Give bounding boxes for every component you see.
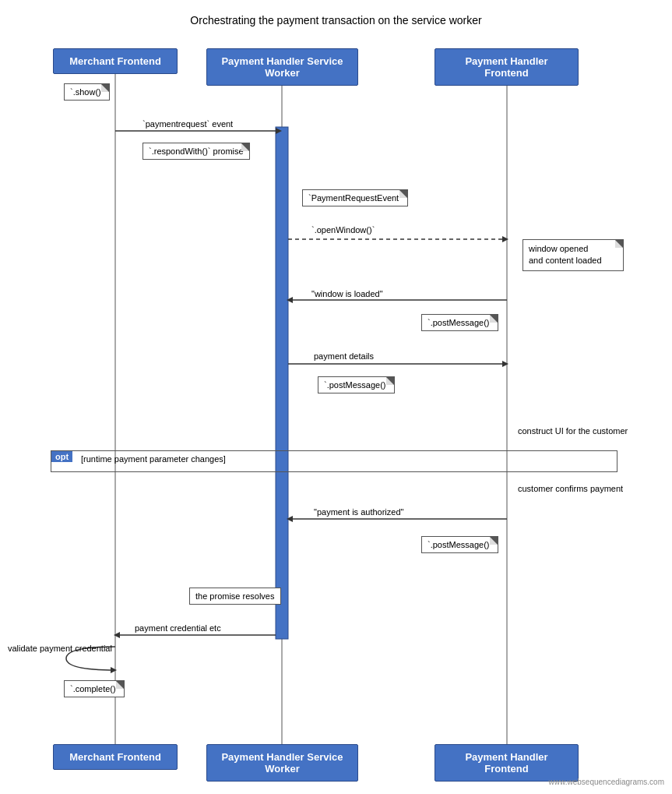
- note-respondwith: `.respondWith()` promise: [142, 143, 250, 160]
- arrows-svg: [0, 0, 672, 794]
- diagram-container: Orchestrating the payment transaction on…: [0, 0, 672, 794]
- label-openwindow: `.openWindow()`: [311, 225, 375, 235]
- svg-marker-16: [111, 667, 117, 673]
- note-postmessage-1: `.postMessage()`: [421, 314, 498, 331]
- note-customer-confirms: customer confirms payment: [512, 481, 628, 496]
- note-construct-ui: construct UI for the customer: [512, 423, 633, 439]
- footer-payment-handler: Payment Handler Frontend: [435, 744, 579, 782]
- note-promise-resolves: the promise resolves: [189, 588, 281, 605]
- svg-marker-7: [502, 236, 508, 242]
- svg-rect-3: [276, 127, 288, 639]
- diagram-title: Orchestrating the payment transaction on…: [0, 0, 672, 34]
- footer-merchant: Merchant Frontend: [53, 744, 178, 770]
- note-complete: `.complete()`: [64, 680, 125, 697]
- opt-tag: opt: [51, 451, 72, 462]
- note-postmessage-3: `.postMessage()`: [421, 536, 498, 553]
- svg-marker-11: [502, 361, 508, 367]
- header-service-worker: Payment Handler Service Worker: [206, 48, 358, 86]
- label-window-loaded: "window is loaded": [311, 289, 383, 298]
- svg-marker-15: [114, 632, 120, 638]
- watermark: www.websequencediagrams.com: [549, 778, 664, 786]
- label-validate-credential: validate payment credential: [8, 644, 112, 653]
- note-show: `.show()`: [64, 83, 110, 101]
- svg-marker-13: [287, 516, 293, 522]
- svg-marker-5: [276, 128, 282, 134]
- opt-label: [runtime payment parameter changes]: [81, 454, 226, 464]
- note-window-opened: window openedand content loaded: [522, 239, 624, 271]
- opt-box: opt [runtime payment parameter changes]: [51, 450, 617, 472]
- header-merchant: Merchant Frontend: [53, 48, 178, 74]
- svg-marker-9: [287, 297, 293, 303]
- label-payment-credential: payment credential etc: [135, 623, 221, 633]
- note-paymentrequestevt: `PaymentRequestEvent`: [302, 189, 408, 206]
- label-payment-authorized: "payment is authorized": [314, 507, 403, 517]
- footer-service-worker: Payment Handler Service Worker: [206, 744, 358, 782]
- note-postmessage-2: `.postMessage()`: [318, 376, 395, 393]
- label-payment-details: payment details: [314, 351, 374, 361]
- header-payment-handler: Payment Handler Frontend: [435, 48, 579, 86]
- label-paymentrequest: `paymentrequest` event: [142, 119, 233, 129]
